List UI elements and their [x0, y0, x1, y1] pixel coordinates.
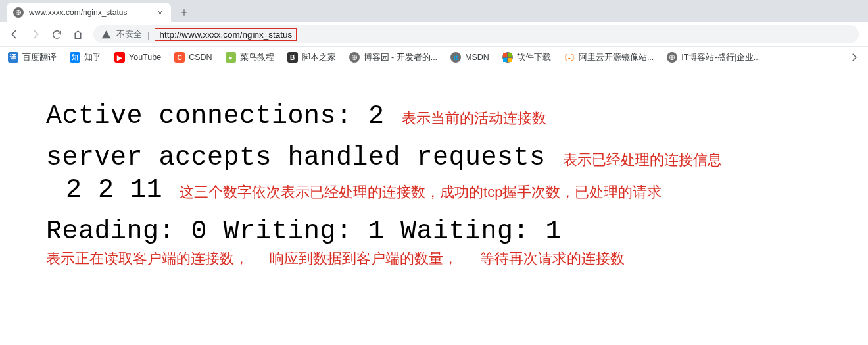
annotation-row-4: 表示正在读取客户端的连接数， 响应到数据到客户端的数量， 等待再次请求的连接数	[46, 249, 868, 269]
bookmark-label: 知乎	[84, 52, 101, 63]
bookmark-item[interactable]: 知知乎	[67, 49, 104, 66]
tab-title: www.xxxx.com/nginx_status	[29, 8, 151, 17]
bookmark-label: 菜鸟教程	[240, 52, 274, 63]
bookmark-icon: 知	[70, 52, 80, 63]
bookmark-icon: ▶	[114, 52, 125, 63]
annotation-1: 表示当前的活动连接数	[402, 109, 546, 128]
status-line-2: server accepts handled requests 表示已经处理的连…	[46, 143, 868, 172]
bookmark-label: YouTube	[129, 53, 161, 62]
server-accepts-line: server accepts handled requests	[46, 143, 546, 172]
rww-line: Reading: 0 Writing: 1 Waiting: 1	[46, 217, 562, 246]
security-label: 不安全	[116, 29, 142, 40]
warning-icon	[101, 30, 111, 40]
separator: |	[147, 30, 149, 40]
close-icon[interactable]	[155, 8, 164, 17]
forward-button[interactable]	[26, 25, 45, 43]
annotation-4c: 等待再次请求的连接数	[480, 249, 625, 269]
status-line-1: Active connections: 2 表示当前的活动连接数	[46, 101, 868, 131]
bookmark-icon	[349, 52, 360, 63]
bookmark-item[interactable]: 软件下载	[500, 49, 554, 66]
browser-toolbar: 不安全 | http://www.xxxx.com/nginx_status	[0, 22, 868, 47]
bookmark-icon: C	[174, 52, 185, 63]
bookmark-icon: B	[287, 52, 298, 63]
page-content: Active connections: 2 表示当前的活动连接数 server …	[0, 68, 868, 269]
annotation-4a: 表示正在读取客户端的连接数，	[46, 249, 270, 269]
bookmark-icon	[502, 52, 513, 63]
svg-rect-2	[503, 53, 507, 57]
status-line-3: 2 2 11 这三个数字依次表示已经处理的连接数，成功的tcp握手次数，已处理的…	[46, 175, 868, 205]
annotation-3: 这三个数字依次表示已经处理的连接数，成功的tcp握手次数，已处理的请求	[180, 182, 662, 202]
bookmark-label: 软件下载	[517, 52, 551, 63]
bookmark-label: CSDN	[189, 53, 212, 62]
bookmark-item[interactable]: CCSDN	[172, 49, 214, 65]
svg-rect-5	[508, 58, 512, 62]
bookmark-item[interactable]: ▶YouTube	[112, 49, 164, 65]
annotation-4b: 响应到数据到客户端的数量，	[270, 249, 480, 269]
new-tab-button[interactable]	[175, 3, 193, 22]
svg-rect-4	[503, 58, 507, 62]
bookmarks-bar: 译百度翻译知知乎▶YouTubeCCSDN●菜鸟教程B脚本之家博客园 - 开发者…	[0, 47, 868, 68]
annotation-2: 表示已经处理的连接信息	[563, 150, 722, 170]
browser-chrome: www.xxxx.com/nginx_status 不安全 | ht	[0, 0, 868, 68]
bookmark-label: 百度翻译	[22, 52, 57, 63]
bookmark-label: 脚本之家	[302, 52, 336, 63]
reload-button[interactable]	[47, 25, 66, 43]
bookmark-label: 阿里云开源镜像站...	[579, 52, 654, 63]
bookmark-item[interactable]: 译百度翻译	[5, 49, 59, 66]
bookmark-label: MSDN	[465, 53, 489, 62]
counts-line: 2 2 11	[46, 175, 162, 205]
bookmark-icon: 译	[8, 52, 18, 63]
bookmark-item[interactable]: B脚本之家	[285, 49, 339, 66]
bookmark-item[interactable]: 〔-〕阿里云开源镜像站...	[562, 49, 656, 66]
bookmark-label: IT博客站-盛行|企业...	[681, 52, 760, 63]
address-bar[interactable]: 不安全 | http://www.xxxx.com/nginx_status	[93, 25, 859, 43]
bookmark-icon	[667, 52, 677, 63]
bookmark-item[interactable]: ●菜鸟教程	[223, 49, 277, 66]
bookmark-item[interactable]: 博客园 - 开发者的...	[347, 49, 441, 66]
url-text: http://www.xxxx.com/nginx_status	[155, 28, 297, 41]
bookmark-label: 博客园 - 开发者的...	[364, 52, 438, 63]
bookmark-icon: it	[450, 52, 461, 63]
home-button[interactable]	[68, 25, 87, 43]
bookmarks-overflow[interactable]	[847, 49, 863, 65]
globe-icon	[13, 7, 24, 18]
active-connections: Active connections: 2	[46, 101, 385, 131]
svg-rect-3	[508, 53, 512, 57]
bookmark-icon: 〔-〕	[564, 52, 575, 63]
bookmark-icon: ●	[226, 52, 236, 63]
browser-tab[interactable]: www.xxxx.com/nginx_status	[7, 3, 171, 22]
status-line-4: Reading: 0 Writing: 1 Waiting: 1	[46, 217, 868, 246]
bookmark-item[interactable]: itMSDN	[448, 49, 492, 65]
tab-strip: www.xxxx.com/nginx_status	[0, 0, 868, 22]
bookmark-item[interactable]: IT博客站-盛行|企业...	[664, 49, 763, 66]
back-button[interactable]	[5, 25, 24, 43]
